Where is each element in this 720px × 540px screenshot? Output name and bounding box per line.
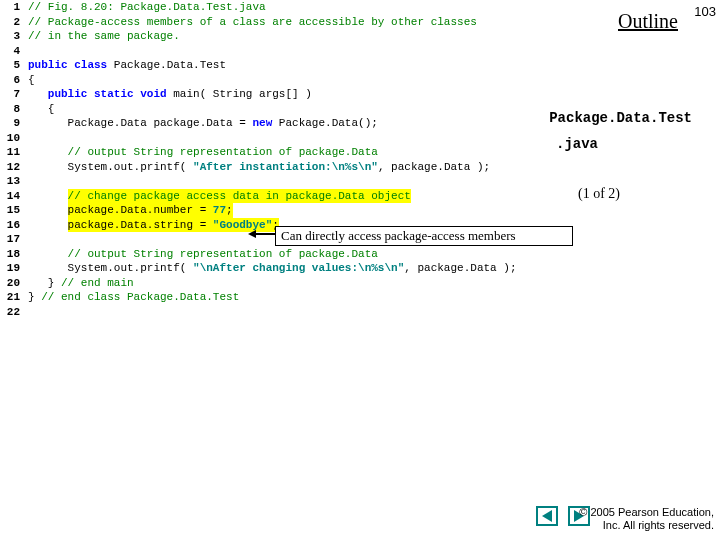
code-comment: // end main (61, 276, 134, 291)
callout-arrow-icon (252, 233, 276, 235)
code-keyword: public class (28, 58, 107, 73)
line-number: 18 (0, 247, 20, 262)
line-number: 3 (0, 29, 20, 44)
code-string-highlighted: "Goodbye" (213, 218, 272, 233)
footer-line: Inc. All rights reserved. (579, 519, 714, 532)
prev-button[interactable] (536, 506, 558, 526)
code-text: main( String args[] ) (167, 87, 312, 102)
triangle-left-icon (542, 510, 552, 522)
code-number-highlighted: 77 (213, 203, 226, 218)
code-text: , package.Data ); (404, 261, 516, 276)
code-comment: // output String representation of packa… (68, 247, 378, 262)
code-text (28, 87, 48, 102)
part-label: (1 of 2) (578, 186, 620, 202)
code-text (28, 145, 68, 160)
code-text (28, 218, 68, 233)
code-keyword: new (252, 116, 272, 131)
line-number: 12 (0, 160, 20, 175)
code-text: Package.Data.Test (107, 58, 226, 73)
line-number: 17 (0, 232, 20, 247)
code-text: , package.Data ); (378, 160, 490, 175)
line-number: 14 (0, 189, 20, 204)
line-number: 19 (0, 261, 20, 276)
code-keyword: public static void (48, 87, 167, 102)
line-number: 6 (0, 73, 20, 88)
line-number: 21 (0, 290, 20, 305)
line-number: 7 (0, 87, 20, 102)
outline-heading: Outline (618, 10, 678, 33)
file-extension-label: .java (556, 136, 598, 152)
slide: 103 Outline 1// Fig. 8.20: Package.Data.… (0, 0, 720, 540)
code-block: 1// Fig. 8.20: Package.Data.Test.java 2/… (0, 0, 550, 319)
code-text: System.out.printf( (28, 261, 193, 276)
code-text: System.out.printf( (28, 160, 193, 175)
footer-line: © 2005 Pearson Education, (579, 506, 714, 519)
line-number: 10 (0, 131, 20, 146)
code-text (28, 247, 68, 262)
copyright-footer: © 2005 Pearson Education, Inc. All right… (579, 506, 714, 532)
line-number: 1 (0, 0, 20, 15)
line-number: 22 (0, 305, 20, 320)
code-text-highlighted: package.Data.number = (68, 203, 213, 218)
line-number: 8 (0, 102, 20, 117)
line-number: 5 (0, 58, 20, 73)
code-text: Package.Data(); (272, 116, 378, 131)
line-number: 2 (0, 15, 20, 30)
line-number: 16 (0, 218, 20, 233)
code-text-highlighted: ; (226, 203, 233, 218)
class-name-label: Package.Data.Test (549, 110, 692, 126)
code-comment: // in the same package. (28, 29, 180, 44)
line-number: 20 (0, 276, 20, 291)
code-text: { (28, 102, 54, 117)
line-number: 11 (0, 145, 20, 160)
code-comment: // Package-access members of a class are… (28, 15, 477, 30)
code-text (28, 189, 68, 204)
code-comment: // Fig. 8.20: Package.Data.Test.java (28, 0, 266, 15)
code-string: "\nAfter changing values:\n%s\n" (193, 261, 404, 276)
line-number: 15 (0, 203, 20, 218)
page-number: 103 (694, 4, 716, 19)
code-text: } (28, 276, 61, 291)
code-comment-highlighted: // change package access data in package… (68, 189, 411, 204)
code-text (28, 203, 68, 218)
code-string: "After instantiation:\n%s\n" (193, 160, 378, 175)
code-text: Package.Data package.Data = (28, 116, 252, 131)
code-text: } (28, 290, 41, 305)
code-comment: // end class Package.Data.Test (41, 290, 239, 305)
callout-box: Can directly access package-access membe… (275, 226, 573, 246)
line-number: 4 (0, 44, 20, 59)
code-comment: // output String representation of packa… (68, 145, 378, 160)
line-number: 9 (0, 116, 20, 131)
code-text-highlighted: package.Data.string = (68, 218, 213, 233)
line-number: 13 (0, 174, 20, 189)
code-text: { (28, 73, 35, 88)
